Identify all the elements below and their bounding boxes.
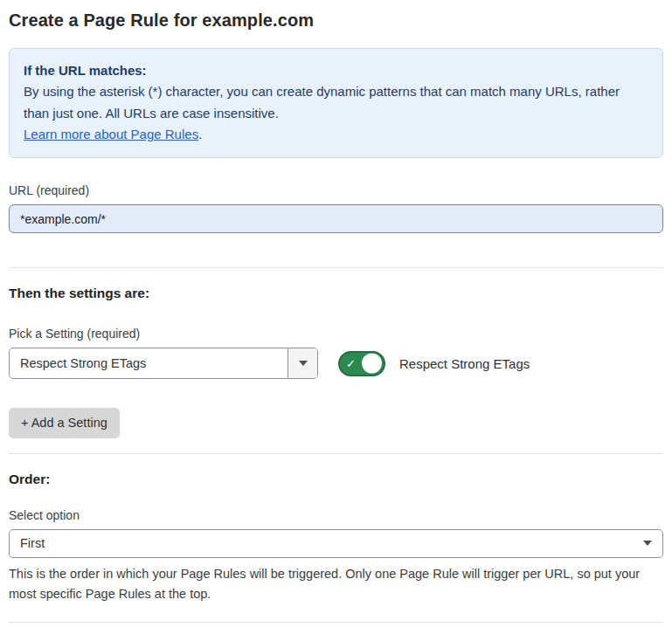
setting-row: Respect Strong ETags ✓ Respect Strong ET…	[9, 348, 663, 379]
order-select-value: First	[20, 536, 643, 550]
toggle-label: Respect Strong ETags	[399, 356, 530, 371]
toggle-knob	[362, 354, 382, 374]
footer-divider	[9, 622, 663, 623]
pick-setting-label: Pick a Setting (required)	[9, 327, 663, 341]
order-section-heading: Order:	[9, 472, 663, 487]
chevron-down-icon	[299, 361, 308, 366]
respect-strong-etags-toggle[interactable]: ✓	[338, 351, 385, 376]
order-select[interactable]: First	[9, 529, 663, 558]
setting-select[interactable]: Respect Strong ETags	[9, 348, 318, 379]
create-page-rule-form: Create a Page Rule for example.com If th…	[0, 0, 672, 627]
chevron-down-icon	[643, 541, 652, 546]
section-divider	[9, 453, 663, 454]
checkmark-icon: ✓	[346, 358, 356, 369]
info-box-link-line: Learn more about Page Rules.	[24, 124, 648, 145]
url-field-label: URL (required)	[9, 183, 663, 197]
setting-select-value: Respect Strong ETags	[10, 348, 288, 378]
order-select-label: Select option	[9, 508, 663, 522]
setting-select-arrow-button[interactable]	[288, 348, 317, 378]
info-box-heading: If the URL matches:	[24, 60, 648, 81]
settings-section-heading: Then the settings are:	[9, 286, 663, 301]
url-input[interactable]	[9, 204, 663, 233]
order-help-text: This is the order in which your Page Rul…	[9, 564, 663, 604]
learn-more-link[interactable]: Learn more about Page Rules	[24, 127, 198, 141]
add-setting-button[interactable]: + Add a Setting	[9, 408, 120, 438]
url-matches-info-box: If the URL matches: By using the asteris…	[9, 48, 663, 158]
info-box-body: By using the asterisk (*) character, you…	[24, 81, 648, 124]
page-title: Create a Page Rule for example.com	[9, 10, 663, 31]
link-period: .	[198, 127, 202, 141]
section-divider	[9, 267, 663, 268]
